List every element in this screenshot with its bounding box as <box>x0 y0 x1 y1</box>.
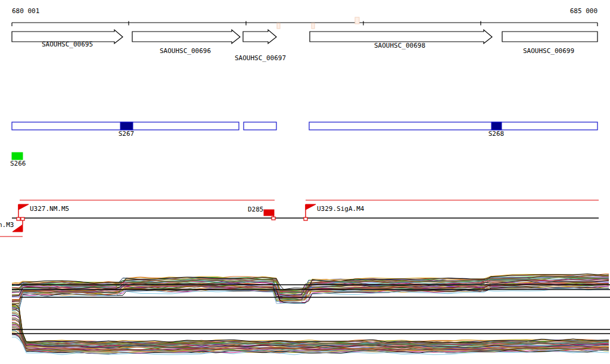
probe-segment-S268[interactable] <box>491 122 502 130</box>
gene-arrow-SAOUHSC_00696[interactable] <box>132 30 240 43</box>
flag-label: U327.NM.M5 <box>30 206 69 212</box>
gene-label: SAOUHSC_00696 <box>160 48 211 54</box>
gene-arrow-SAOUHSC_00699[interactable] <box>502 32 597 42</box>
signal-trace <box>12 309 609 344</box>
green-feature-S266[interactable] <box>12 153 23 160</box>
gene-label: SAOUHSC_00699 <box>523 48 574 54</box>
genome-browser-canvas: 680 001 685 000 SAOUHSC_00695SAOUHSC_006… <box>0 0 610 364</box>
flag-label: U329.SigA.M4 <box>317 206 364 212</box>
signal-trace <box>12 304 609 343</box>
faint-cursor-mark <box>355 17 359 24</box>
flag-label: n.M3 <box>0 222 14 228</box>
signal-trace <box>12 304 609 343</box>
faint-cursor-mark <box>312 23 315 29</box>
faint-cursor-mark <box>277 23 280 29</box>
transcript-rect[interactable] <box>244 122 276 130</box>
transcript-rect[interactable] <box>309 122 597 130</box>
flag-position-marker <box>17 217 20 220</box>
flag-triangle-n.M3[interactable] <box>13 225 23 232</box>
gene-label: SAOUHSC_00698 <box>374 42 425 49</box>
signal-trace <box>12 310 609 344</box>
green-feature-label: S266 <box>10 160 26 167</box>
signal-trace <box>12 307 609 344</box>
flag-triangle-U329.SigA.M4[interactable] <box>306 204 316 210</box>
signal-trace <box>12 309 609 344</box>
signal-trace <box>12 306 609 343</box>
gene-label: SAOUHSC_00697 <box>235 55 286 61</box>
signal-trace <box>12 307 609 343</box>
probe-label: S268 <box>488 130 505 137</box>
flag-position-marker <box>304 217 307 220</box>
flag-box-D285[interactable] <box>264 210 274 216</box>
flag-triangle-U327.NM.M5[interactable] <box>18 204 29 210</box>
flag-position-marker <box>21 217 24 220</box>
genome-tracks-svg <box>0 0 610 364</box>
probe-segment-S267[interactable] <box>120 122 133 130</box>
gene-label: SAOUHSC_00695 <box>42 41 93 48</box>
flag-label: D285 <box>248 206 264 213</box>
probe-label: S267 <box>119 130 135 137</box>
flag-position-marker <box>272 217 275 220</box>
gene-arrow-SAOUHSC_00697[interactable] <box>243 30 276 43</box>
